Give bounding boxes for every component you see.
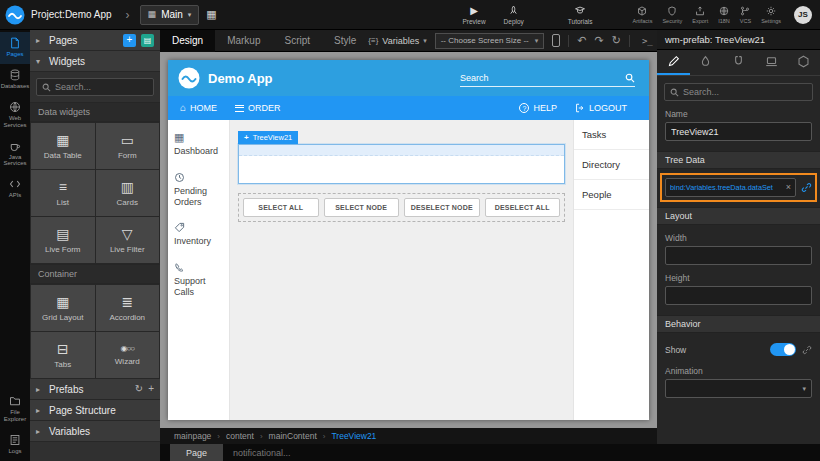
page-selector[interactable]: ▦ Main ▾ xyxy=(140,5,200,25)
tab-device[interactable] xyxy=(755,50,788,75)
tab-properties[interactable] xyxy=(657,50,690,75)
rail-item-java-services[interactable]: Java Services xyxy=(0,135,30,174)
vcs-button[interactable]: VCS xyxy=(740,6,751,24)
refresh-canvas-button[interactable]: ↻ xyxy=(612,35,621,46)
breadcrumb-maincontent[interactable]: mainContent xyxy=(269,431,317,441)
widget-tile-cards[interactable]: ▥Cards xyxy=(96,170,160,216)
select-all-button[interactable]: SELECT ALL xyxy=(243,198,319,217)
breadcrumb-mainpage[interactable]: mainpage xyxy=(174,431,211,441)
rail-item-databases[interactable]: Databases xyxy=(0,64,30,96)
tab-design[interactable]: Design xyxy=(160,30,215,52)
rail-item-apis[interactable]: APIs xyxy=(0,173,30,205)
widget-tile-list[interactable]: ≡List xyxy=(31,170,95,216)
tab-markup[interactable]: Markup xyxy=(215,30,272,52)
tree-data-input[interactable]: bind:Variables.treeData.dataSet × xyxy=(665,178,796,197)
page-list-button[interactable]: ▦ xyxy=(206,9,216,20)
menu-item-pending-orders[interactable]: Pending Orders xyxy=(174,172,223,208)
pages-list-button[interactable]: ▤ xyxy=(141,34,154,47)
treeview-widget[interactable] xyxy=(238,144,565,184)
chevron-right-icon: › xyxy=(323,432,326,441)
variables-button[interactable]: {≡} Variables ▾ xyxy=(368,36,426,46)
menu-item-support-calls[interactable]: Support Calls xyxy=(174,262,223,298)
mobile-preview-icon[interactable] xyxy=(552,34,560,47)
widget-search-input[interactable] xyxy=(55,82,148,92)
show-toggle[interactable] xyxy=(770,343,796,356)
select-node-button[interactable]: SELECT NODE xyxy=(324,198,400,217)
tab-script[interactable]: Script xyxy=(273,30,323,52)
behavior-section[interactable]: Behavior xyxy=(657,315,820,333)
pages-section-header[interactable]: ▸ Pages + ▤ xyxy=(30,30,160,51)
widget-tile-live-filter[interactable]: ▽Live Filter xyxy=(96,217,160,263)
list-item-tasks[interactable]: Tasks xyxy=(574,120,649,150)
settings-button[interactable]: Settings xyxy=(761,6,781,24)
tab-events[interactable] xyxy=(722,50,755,75)
page-structure-section-header[interactable]: ▸ Page Structure xyxy=(30,400,160,421)
rail-item-file-explorer[interactable]: File Explorer xyxy=(0,390,30,429)
deploy-button[interactable]: Deploy xyxy=(504,5,524,25)
widget-tile-data-table[interactable]: ▦Data Table xyxy=(31,123,95,169)
screen-size-select[interactable]: -- Choose Screen Size -- ▾ xyxy=(435,33,545,49)
widget-tile-grid-layout[interactable]: ▦Grid Layout xyxy=(31,285,95,331)
widget-tile-wizard[interactable]: ◉○○Wizard xyxy=(96,332,160,378)
deselect-all-button[interactable]: DESELECT ALL xyxy=(485,198,561,217)
prefabs-section-header[interactable]: ▸ Prefabs ↻ + xyxy=(30,379,160,400)
rail-item-logs[interactable]: Logs xyxy=(0,429,30,461)
deselect-node-button[interactable]: DESELECT NODE xyxy=(404,198,480,217)
page-preview: Demo App Search ⌂HOME ORDER ?HELP LOGOUT xyxy=(168,60,649,420)
export-button[interactable]: Export xyxy=(692,6,708,24)
nav-order[interactable]: ORDER xyxy=(235,103,281,113)
bind-link-icon[interactable] xyxy=(802,345,812,355)
menu-item-inventory[interactable]: Inventory xyxy=(174,222,223,247)
undo-button[interactable]: ↶ xyxy=(577,35,586,46)
breadcrumb-treeview21[interactable]: TreeView21 xyxy=(331,431,376,441)
tab-security[interactable] xyxy=(787,50,820,75)
redo-button[interactable]: ↷ xyxy=(594,35,603,46)
i18n-button[interactable]: I18N xyxy=(718,6,730,24)
user-avatar[interactable]: JS xyxy=(794,6,812,24)
status-tab-page[interactable]: Page xyxy=(170,444,223,461)
tag-icon xyxy=(174,222,185,233)
nav-home[interactable]: ⌂HOME xyxy=(180,103,217,113)
tree-data-section[interactable]: Tree Data xyxy=(657,151,820,169)
height-input[interactable] xyxy=(665,286,812,305)
widget-tile-live-form[interactable]: ▤Live Form xyxy=(31,217,95,263)
selected-widget-tab[interactable]: + TreeView21 xyxy=(238,131,298,144)
terminal-button[interactable]: >_ xyxy=(638,36,657,46)
list-item-directory[interactable]: Directory xyxy=(574,150,649,180)
refresh-icon[interactable]: ↻ xyxy=(135,384,143,394)
preview-button[interactable]: ▶ Preview xyxy=(462,5,485,25)
breadcrumb-content[interactable]: content xyxy=(226,431,254,441)
widget-tile-accordion[interactable]: ≣Accordion xyxy=(96,285,160,331)
button-group-widget[interactable]: SELECT ALL SELECT NODE DESELECT NODE DES… xyxy=(238,193,565,222)
rail-item-web-services[interactable]: Web Services xyxy=(0,96,30,135)
bind-link-icon[interactable] xyxy=(801,182,812,193)
widgets-section-header[interactable]: ▾ Widgets xyxy=(30,51,160,72)
nav-help[interactable]: ?HELP xyxy=(519,103,557,113)
variables-section-header[interactable]: ▸ Variables xyxy=(30,421,160,442)
artifacts-button[interactable]: Artifacts xyxy=(633,6,653,24)
animation-select[interactable]: ▾ xyxy=(665,379,812,398)
width-input[interactable] xyxy=(665,246,812,265)
name-input[interactable] xyxy=(665,122,812,141)
nav-logout[interactable]: LOGOUT xyxy=(575,103,627,113)
add-page-button[interactable]: + xyxy=(123,34,136,47)
widget-tile-tabs[interactable]: ⊟Tabs xyxy=(31,332,95,378)
live-form-icon: ▤ xyxy=(56,227,69,241)
page-content-area[interactable]: + TreeView21 SELECT ALL SELECT NODE DESE… xyxy=(230,120,573,420)
rail-item-pages[interactable]: Pages xyxy=(0,32,30,64)
tutorials-button[interactable]: Tutorials xyxy=(568,5,593,25)
name-label: Name xyxy=(665,109,812,119)
security-button[interactable]: Security xyxy=(662,6,682,24)
menu-item-dashboard[interactable]: ▦Dashboard xyxy=(174,132,223,157)
folder-icon xyxy=(9,395,21,407)
list-item-people[interactable]: People xyxy=(574,180,649,210)
property-search-input[interactable] xyxy=(683,87,807,97)
tab-styles[interactable] xyxy=(690,50,723,75)
layout-section[interactable]: Layout xyxy=(657,207,820,225)
app-search-field[interactable]: Search xyxy=(460,69,635,87)
widget-tile-form[interactable]: ▭Form xyxy=(96,123,160,169)
add-prefab-button[interactable]: + xyxy=(148,384,154,394)
clear-icon[interactable]: × xyxy=(786,183,791,192)
tab-style[interactable]: Style xyxy=(322,30,368,52)
design-canvas[interactable]: Demo App Search ⌂HOME ORDER ?HELP LOGOUT xyxy=(160,52,657,428)
